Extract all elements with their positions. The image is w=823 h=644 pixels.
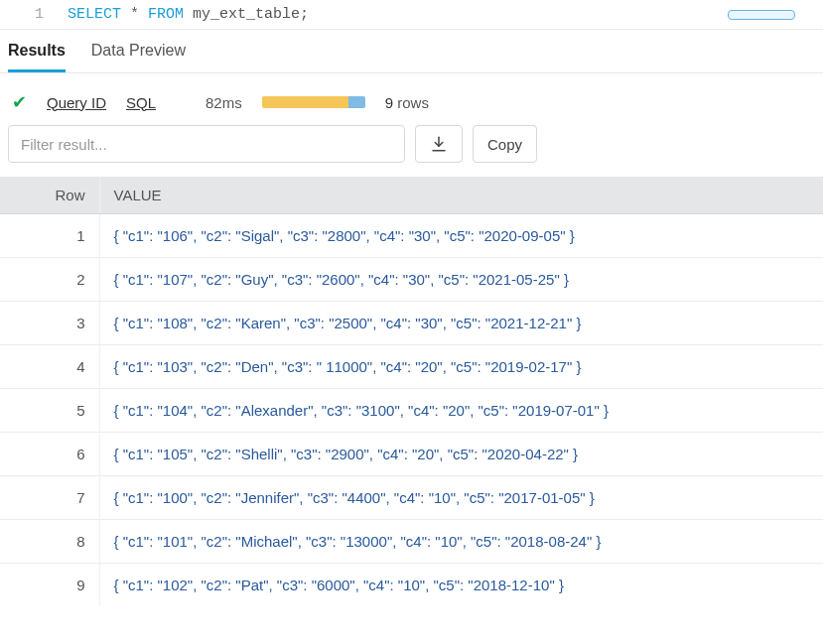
sql-keyword-from: FROM: [148, 6, 184, 23]
row-value[interactable]: { "c1": "105", "c2": "Shelli", "c3": "29…: [99, 433, 823, 476]
row-count-number: 9: [385, 94, 393, 111]
table-row[interactable]: 9{ "c1": "102", "c2": "Pat", "c3": "6000…: [0, 564, 823, 607]
tab-data-preview[interactable]: Data Preview: [91, 42, 186, 72]
query-status-bar: ✔ Query ID SQL 82ms 9 rows: [0, 73, 823, 125]
download-icon: [430, 135, 448, 153]
sql-star: *: [130, 6, 139, 23]
result-controls: Copy: [0, 125, 823, 177]
row-value[interactable]: { "c1": "104", "c2": "Alexander", "c3": …: [99, 389, 823, 433]
results-table: Row VALUE 1{ "c1": "106", "c2": "Sigal",…: [0, 177, 823, 606]
query-id-link[interactable]: Query ID: [47, 94, 106, 111]
copy-button[interactable]: Copy: [473, 125, 537, 163]
line-number: 1: [0, 6, 60, 23]
table-row[interactable]: 8{ "c1": "101", "c2": "Michael", "c3": "…: [0, 520, 823, 564]
sql-link[interactable]: SQL: [126, 94, 156, 111]
row-value[interactable]: { "c1": "103", "c2": "Den", "c3": " 1100…: [99, 345, 823, 389]
row-number: 2: [0, 258, 99, 302]
sql-rest: my_ext_table;: [184, 6, 309, 23]
row-value[interactable]: { "c1": "100", "c2": "Jennifer", "c3": "…: [99, 476, 823, 520]
sql-keyword-select: SELECT: [68, 6, 121, 23]
row-number: 4: [0, 345, 99, 389]
row-number: 1: [0, 214, 99, 258]
success-check-icon: ✔: [12, 93, 27, 111]
row-value[interactable]: { "c1": "102", "c2": "Pat", "c3": "6000"…: [99, 564, 823, 607]
table-row[interactable]: 6{ "c1": "105", "c2": "Shelli", "c3": "2…: [0, 433, 823, 476]
row-number: 8: [0, 520, 99, 564]
table-row[interactable]: 2{ "c1": "107", "c2": "Guy", "c3": "2600…: [0, 258, 823, 302]
download-button[interactable]: [415, 125, 463, 163]
table-row[interactable]: 7{ "c1": "100", "c2": "Jennifer", "c3": …: [0, 476, 823, 520]
query-timing: 82ms: [206, 94, 242, 111]
table-row[interactable]: 3{ "c1": "108", "c2": "Karen", "c3": "25…: [0, 302, 823, 345]
timing-bar: [262, 96, 365, 108]
tab-results[interactable]: Results: [8, 42, 66, 72]
row-value[interactable]: { "c1": "101", "c2": "Michael", "c3": "1…: [99, 520, 823, 564]
row-number: 9: [0, 564, 99, 607]
row-count: 9 rows: [385, 94, 429, 111]
table-row[interactable]: 5{ "c1": "104", "c2": "Alexander", "c3":…: [0, 389, 823, 433]
col-row[interactable]: Row: [0, 177, 99, 214]
table-row[interactable]: 4{ "c1": "103", "c2": "Den", "c3": " 110…: [0, 345, 823, 389]
row-number: 6: [0, 433, 99, 476]
row-count-label: rows: [397, 94, 429, 111]
row-value[interactable]: { "c1": "108", "c2": "Karen", "c3": "250…: [99, 302, 823, 345]
result-tabs: Results Data Preview: [0, 30, 823, 73]
row-number: 3: [0, 302, 99, 345]
table-header-row: Row VALUE: [0, 177, 823, 214]
row-number: 7: [0, 476, 99, 520]
filter-input[interactable]: [8, 125, 405, 163]
minimap-indicator[interactable]: [728, 10, 795, 20]
row-value[interactable]: { "c1": "106", "c2": "Sigal", "c3": "280…: [99, 214, 823, 258]
sql-code[interactable]: SELECT * FROM my_ext_table;: [60, 6, 823, 23]
sql-editor-row[interactable]: 1 SELECT * FROM my_ext_table;: [0, 0, 823, 30]
table-row[interactable]: 1{ "c1": "106", "c2": "Sigal", "c3": "28…: [0, 214, 823, 258]
row-number: 5: [0, 389, 99, 433]
col-value[interactable]: VALUE: [99, 177, 823, 214]
row-value[interactable]: { "c1": "107", "c2": "Guy", "c3": "2600"…: [99, 258, 823, 302]
